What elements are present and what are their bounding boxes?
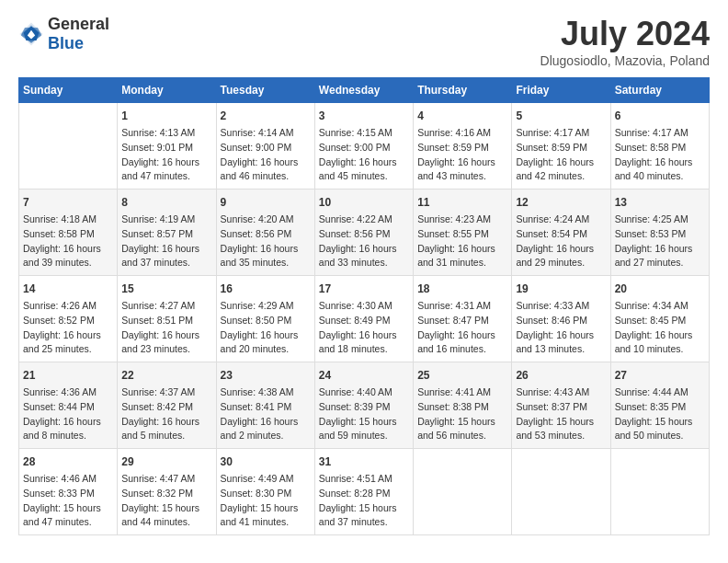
day-number: 11 — [417, 194, 507, 211]
day-number: 30 — [221, 454, 311, 470]
header-day-monday: Monday — [118, 78, 216, 103]
calendar-cell: 21Sunrise: 4:36 AMSunset: 8:44 PMDayligh… — [19, 362, 118, 449]
day-info: Sunrise: 4:43 AMSunset: 8:37 PMDaylight:… — [516, 385, 606, 443]
calendar-cell: 12Sunrise: 4:24 AMSunset: 8:54 PMDayligh… — [512, 190, 610, 276]
calendar-cell: 23Sunrise: 4:38 AMSunset: 8:41 PMDayligh… — [216, 362, 314, 449]
calendar-cell: 14Sunrise: 4:26 AMSunset: 8:52 PMDayligh… — [19, 276, 118, 362]
day-info: Sunrise: 4:31 AMSunset: 8:47 PMDaylight:… — [417, 299, 507, 357]
day-number: 23 — [221, 367, 311, 384]
day-info: Sunrise: 4:33 AMSunset: 8:46 PMDaylight:… — [516, 299, 606, 357]
calendar-cell: 26Sunrise: 4:43 AMSunset: 8:37 PMDayligh… — [512, 362, 610, 449]
day-info: Sunrise: 4:44 AMSunset: 8:35 PMDaylight:… — [615, 385, 705, 443]
title-area: July 2024 Dlugosiodlo, Mazovia, Poland — [540, 15, 710, 68]
day-number: 2 — [221, 108, 311, 124]
logo: General Blue — [18, 15, 109, 53]
day-number: 5 — [516, 108, 606, 124]
day-number: 8 — [121, 194, 211, 211]
day-number: 16 — [221, 281, 311, 297]
calendar-week-row: 28Sunrise: 4:46 AMSunset: 8:33 PMDayligh… — [19, 449, 710, 535]
day-info: Sunrise: 4:34 AMSunset: 8:45 PMDaylight:… — [615, 299, 705, 357]
day-info: Sunrise: 4:51 AMSunset: 8:28 PMDaylight:… — [319, 472, 409, 530]
calendar-cell: 3Sunrise: 4:15 AMSunset: 9:00 PMDaylight… — [314, 103, 413, 190]
day-info: Sunrise: 4:25 AMSunset: 8:53 PMDaylight:… — [615, 213, 705, 270]
day-number: 15 — [121, 281, 211, 297]
calendar-cell: 5Sunrise: 4:17 AMSunset: 8:59 PMDaylight… — [512, 103, 610, 190]
calendar-cell: 17Sunrise: 4:30 AMSunset: 8:49 PMDayligh… — [314, 276, 413, 362]
day-info: Sunrise: 4:17 AMSunset: 8:59 PMDaylight:… — [516, 126, 606, 184]
day-number: 7 — [23, 194, 113, 211]
day-number: 21 — [23, 367, 113, 384]
logo-blue: Blue — [48, 34, 84, 52]
calendar-cell — [414, 449, 512, 535]
calendar-cell: 30Sunrise: 4:49 AMSunset: 8:30 PMDayligh… — [216, 449, 314, 535]
day-info: Sunrise: 4:22 AMSunset: 8:56 PMDaylight:… — [319, 213, 409, 270]
day-info: Sunrise: 4:24 AMSunset: 8:54 PMDaylight:… — [516, 213, 606, 270]
calendar-cell: 18Sunrise: 4:31 AMSunset: 8:47 PMDayligh… — [414, 276, 512, 362]
day-number: 3 — [319, 108, 409, 124]
day-info: Sunrise: 4:13 AMSunset: 9:01 PMDaylight:… — [121, 126, 211, 184]
header: General Blue July 2024 Dlugosiodlo, Mazo… — [18, 15, 710, 68]
calendar-cell: 16Sunrise: 4:29 AMSunset: 8:50 PMDayligh… — [216, 276, 314, 362]
day-info: Sunrise: 4:37 AMSunset: 8:42 PMDaylight:… — [121, 385, 211, 443]
day-info: Sunrise: 4:36 AMSunset: 8:44 PMDaylight:… — [23, 385, 113, 443]
header-day-tuesday: Tuesday — [216, 78, 314, 103]
day-number: 6 — [615, 108, 705, 124]
calendar-cell: 22Sunrise: 4:37 AMSunset: 8:42 PMDayligh… — [118, 362, 216, 449]
day-number: 29 — [121, 454, 211, 470]
header-day-friday: Friday — [512, 78, 610, 103]
header-day-thursday: Thursday — [414, 78, 512, 103]
calendar-cell: 2Sunrise: 4:14 AMSunset: 9:00 PMDaylight… — [216, 103, 314, 190]
day-number: 1 — [121, 108, 211, 124]
day-info: Sunrise: 4:40 AMSunset: 8:39 PMDaylight:… — [319, 385, 409, 443]
day-number: 4 — [417, 108, 507, 124]
day-number: 27 — [615, 367, 705, 384]
calendar-cell: 31Sunrise: 4:51 AMSunset: 8:28 PMDayligh… — [314, 449, 413, 535]
day-info: Sunrise: 4:49 AMSunset: 8:30 PMDaylight:… — [221, 472, 311, 530]
calendar-cell: 9Sunrise: 4:20 AMSunset: 8:56 PMDaylight… — [216, 190, 314, 276]
calendar-cell: 13Sunrise: 4:25 AMSunset: 8:53 PMDayligh… — [610, 190, 709, 276]
day-info: Sunrise: 4:46 AMSunset: 8:33 PMDaylight:… — [23, 472, 113, 530]
header-day-saturday: Saturday — [610, 78, 709, 103]
calendar-table: SundayMondayTuesdayWednesdayThursdayFrid… — [18, 77, 710, 535]
logo-text: General Blue — [48, 15, 109, 53]
calendar-header-row: SundayMondayTuesdayWednesdayThursdayFrid… — [19, 78, 710, 103]
day-info: Sunrise: 4:20 AMSunset: 8:56 PMDaylight:… — [221, 213, 311, 270]
calendar-week-row: 1Sunrise: 4:13 AMSunset: 9:01 PMDaylight… — [19, 103, 710, 190]
day-number: 28 — [23, 454, 113, 470]
calendar-cell — [19, 103, 118, 190]
location-title: Dlugosiodlo, Mazovia, Poland — [540, 53, 710, 68]
day-info: Sunrise: 4:41 AMSunset: 8:38 PMDaylight:… — [417, 385, 507, 443]
calendar-week-row: 7Sunrise: 4:18 AMSunset: 8:58 PMDaylight… — [19, 190, 710, 276]
calendar-cell — [610, 449, 709, 535]
calendar-cell: 6Sunrise: 4:17 AMSunset: 8:58 PMDaylight… — [610, 103, 709, 190]
day-number: 14 — [23, 281, 113, 297]
day-info: Sunrise: 4:18 AMSunset: 8:58 PMDaylight:… — [23, 213, 113, 270]
calendar-cell: 20Sunrise: 4:34 AMSunset: 8:45 PMDayligh… — [610, 276, 709, 362]
day-number: 22 — [121, 367, 211, 384]
header-day-wednesday: Wednesday — [314, 78, 413, 103]
day-info: Sunrise: 4:19 AMSunset: 8:57 PMDaylight:… — [121, 213, 211, 270]
day-info: Sunrise: 4:16 AMSunset: 8:59 PMDaylight:… — [417, 126, 507, 184]
calendar-cell: 29Sunrise: 4:47 AMSunset: 8:32 PMDayligh… — [118, 449, 216, 535]
day-number: 31 — [319, 454, 409, 470]
day-info: Sunrise: 4:38 AMSunset: 8:41 PMDaylight:… — [221, 385, 311, 443]
day-number: 20 — [615, 281, 705, 297]
calendar-cell: 1Sunrise: 4:13 AMSunset: 9:01 PMDaylight… — [118, 103, 216, 190]
calendar-cell — [512, 449, 610, 535]
day-number: 17 — [319, 281, 409, 297]
calendar-cell: 27Sunrise: 4:44 AMSunset: 8:35 PMDayligh… — [610, 362, 709, 449]
logo-icon — [18, 21, 44, 47]
calendar-week-row: 14Sunrise: 4:26 AMSunset: 8:52 PMDayligh… — [19, 276, 710, 362]
day-info: Sunrise: 4:15 AMSunset: 9:00 PMDaylight:… — [319, 126, 409, 184]
day-number: 9 — [221, 194, 311, 211]
calendar-cell: 15Sunrise: 4:27 AMSunset: 8:51 PMDayligh… — [118, 276, 216, 362]
day-info: Sunrise: 4:47 AMSunset: 8:32 PMDaylight:… — [121, 472, 211, 530]
day-number: 24 — [319, 367, 409, 384]
calendar-cell: 10Sunrise: 4:22 AMSunset: 8:56 PMDayligh… — [314, 190, 413, 276]
day-info: Sunrise: 4:23 AMSunset: 8:55 PMDaylight:… — [417, 213, 507, 270]
header-day-sunday: Sunday — [19, 78, 118, 103]
day-info: Sunrise: 4:29 AMSunset: 8:50 PMDaylight:… — [221, 299, 311, 357]
day-info: Sunrise: 4:17 AMSunset: 8:58 PMDaylight:… — [615, 126, 705, 184]
calendar-week-row: 21Sunrise: 4:36 AMSunset: 8:44 PMDayligh… — [19, 362, 710, 449]
day-info: Sunrise: 4:30 AMSunset: 8:49 PMDaylight:… — [319, 299, 409, 357]
